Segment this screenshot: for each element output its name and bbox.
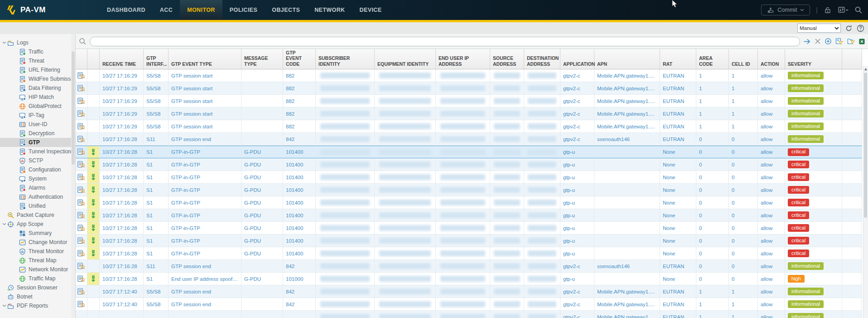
log-row[interactable]: 10/27 17:16:28S1End user IP address spoo… (76, 273, 862, 285)
sidebar-item-logs[interactable]: Logs (0, 38, 75, 47)
sidebar-item-session-browser[interactable]: Session Browser (0, 283, 75, 292)
save-filter-icon[interactable] (835, 38, 844, 45)
sidebar-item-traffic[interactable]: Traffic (0, 47, 75, 56)
log-detail-icon[interactable] (77, 212, 85, 219)
log-row[interactable]: 10/27 17:16:29S5/S8GTP session start882g… (76, 82, 862, 95)
filter-query-input[interactable] (90, 37, 800, 46)
sidebar-item-change-monitor[interactable]: Change Monitor (0, 238, 75, 247)
load-filter-icon[interactable] (847, 38, 855, 45)
packet-capture-download-icon[interactable] (89, 212, 97, 219)
log-detail-icon[interactable] (77, 301, 85, 308)
sidebar-item-hip-match[interactable]: HIP Match (0, 93, 75, 102)
column-header-euip[interactable]: END USER IP ADDRESS (436, 49, 490, 69)
packet-capture-download-icon[interactable] (89, 186, 97, 193)
log-row[interactable]: 10/27 17:16:28S1GTP-in-GTPG-PDU101400gtp… (76, 235, 862, 247)
sidebar-item-authentication[interactable]: Authentication (0, 192, 75, 201)
log-row[interactable]: 10/27 17:16:28S1GTP-in-GTPG-PDU101400gtp… (76, 184, 862, 196)
sidebar-item-summary[interactable]: Summary (0, 229, 75, 238)
export-csv-icon[interactable] (859, 39, 865, 44)
log-detail-icon[interactable] (77, 288, 85, 295)
packet-capture-download-icon[interactable] (89, 225, 97, 231)
log-row[interactable]: 10/27 17:16:28S11GTP session end842gtpv2… (76, 260, 862, 273)
tab-network[interactable]: NETWORK (307, 0, 352, 20)
log-row[interactable]: 10/27 17:16:29S5/S8GTP session start882g… (76, 95, 862, 108)
column-header-mtype[interactable]: MESSAGE TYPE (241, 49, 283, 69)
sidebar-scrollbar[interactable] (71, 34, 75, 318)
refresh-icon[interactable] (845, 24, 853, 32)
scroll-up-arrow-icon[interactable] (864, 68, 867, 70)
sidebar-item-ip-tag[interactable]: IP-Tag (0, 111, 75, 120)
log-detail-icon[interactable] (77, 98, 85, 105)
unlock-icon[interactable] (824, 6, 832, 14)
sidebar-item-unified[interactable]: Unified (0, 201, 75, 210)
column-header-area[interactable]: AREA CODE (696, 49, 729, 69)
global-search-icon[interactable] (854, 6, 863, 14)
column-header-time[interactable]: RECEIVE TIME (100, 49, 144, 69)
tab-device[interactable]: DEVICE (352, 0, 389, 20)
log-detail-icon[interactable] (77, 225, 85, 232)
log-row[interactable]: 10/27 17:16:28S1GTP-in-GTPG-PDU101400gtp… (76, 222, 862, 235)
sidebar-item-app-scope[interactable]: App Scope (0, 220, 75, 229)
column-header-action[interactable]: ACTION (758, 49, 785, 69)
log-detail-icon[interactable] (77, 110, 85, 117)
log-detail-icon[interactable] (77, 85, 85, 92)
sidebar-item-alarms[interactable]: Alarms (0, 183, 75, 192)
sidebar-item-decryption[interactable]: Decryption (0, 129, 75, 138)
log-detail-icon[interactable] (77, 263, 85, 270)
column-header-apn[interactable]: APN (594, 49, 660, 69)
log-row[interactable]: 10/27 17:16:28S1GTP-in-GTPG-PDU101400gtp… (76, 146, 862, 158)
column-header-rat[interactable]: RAT (660, 49, 696, 69)
table-vertical-scrollbar[interactable] (863, 66, 868, 318)
packet-capture-download-icon[interactable] (89, 149, 97, 156)
column-header-equip[interactable]: EQUIPMENT IDENTITY (375, 49, 436, 69)
tab-policies[interactable]: POLICIES (222, 0, 265, 20)
log-detail-icon[interactable] (77, 72, 85, 79)
sidebar-item-user-id[interactable]: User-ID (0, 120, 75, 129)
sidebar-item-configuration[interactable]: Configuration (0, 165, 75, 174)
log-detail-icon[interactable] (77, 136, 85, 143)
sidebar-scrollbar-thumb[interactable] (72, 51, 75, 165)
column-header-sev[interactable]: SEVERITY (785, 49, 842, 69)
column-header-dst[interactable]: DESTINATION ADDRESS (524, 49, 560, 69)
log-detail-icon[interactable] (77, 237, 85, 245)
sidebar-item-globalprotect[interactable]: GlobalProtect (0, 102, 75, 111)
clear-filter-icon[interactable] (815, 38, 821, 44)
chevron-down-icon[interactable] (2, 304, 7, 307)
sidebar-item-threat[interactable]: Threat (0, 56, 75, 65)
log-row[interactable]: 10/27 17:16:29S5/S8GTP session start882g… (76, 120, 862, 133)
packet-capture-download-icon[interactable] (89, 237, 97, 244)
sidebar-item-pdf-reports[interactable]: PDF Reports (0, 301, 75, 310)
column-header-app[interactable]: APPLICATION (560, 49, 594, 69)
sidebar-item-tunnel-inspection[interactable]: Tunnel Inspection (0, 147, 75, 156)
sidebar-item-data-filtering[interactable]: Data Filtering (0, 83, 75, 93)
sidebar-item-network-monitor[interactable]: Network Monitor (0, 265, 75, 274)
log-row[interactable]: 10/27 17:12:40S5/S8GTP session end842gtp… (76, 298, 862, 311)
save-config-icon[interactable] (838, 6, 849, 14)
packet-capture-download-icon[interactable] (89, 174, 97, 181)
sidebar-item-threat-map[interactable]: Threat Map (0, 256, 75, 265)
log-row[interactable]: 10/27 17:16:28S1GTP-in-GTPG-PDU101400gtp… (76, 171, 862, 184)
add-filter-icon[interactable] (825, 38, 832, 45)
sidebar-item-traffic-map[interactable]: Traffic Map (0, 274, 75, 283)
chevron-down-icon[interactable] (2, 41, 7, 44)
refresh-mode-select[interactable]: Manual (797, 24, 841, 33)
log-row[interactable]: 10/27 17:16:28S1GTP-in-GTPG-PDU101400gtp… (76, 247, 862, 260)
column-header-code[interactable]: GTP EVENT CODE (283, 49, 316, 69)
table-scrollbar-thumb[interactable] (864, 73, 867, 218)
log-detail-icon[interactable] (77, 186, 85, 194)
log-detail-icon[interactable] (77, 250, 85, 257)
chevron-down-icon[interactable] (2, 223, 7, 225)
log-detail-icon[interactable] (77, 174, 85, 181)
column-header-src[interactable]: SOURCE ADDRESS (490, 49, 524, 69)
column-header-cell[interactable]: CELL ID (729, 49, 758, 69)
sidebar-item-threat-monitor[interactable]: Threat Monitor (0, 247, 75, 256)
log-row[interactable]: 10/27 17:16:28S1GTP-in-GTPG-PDU101400gtp… (76, 196, 862, 209)
sidebar-item-sctp[interactable]: SCTP (0, 156, 75, 165)
column-header-sub[interactable]: SUBSCRIBER IDENTITY (316, 49, 375, 69)
log-row[interactable]: 10/27 17:16:28S1GTP-in-GTPG-PDU101400gtp… (76, 158, 862, 171)
log-row[interactable]: 10/27 17:16:29S5/S8GTP session start882g… (76, 108, 862, 120)
help-icon[interactable] (857, 24, 864, 32)
sidebar-item-system[interactable]: System (0, 174, 75, 183)
sidebar-item-gtp[interactable]: GTP (0, 138, 75, 147)
log-detail-icon[interactable] (77, 148, 85, 156)
